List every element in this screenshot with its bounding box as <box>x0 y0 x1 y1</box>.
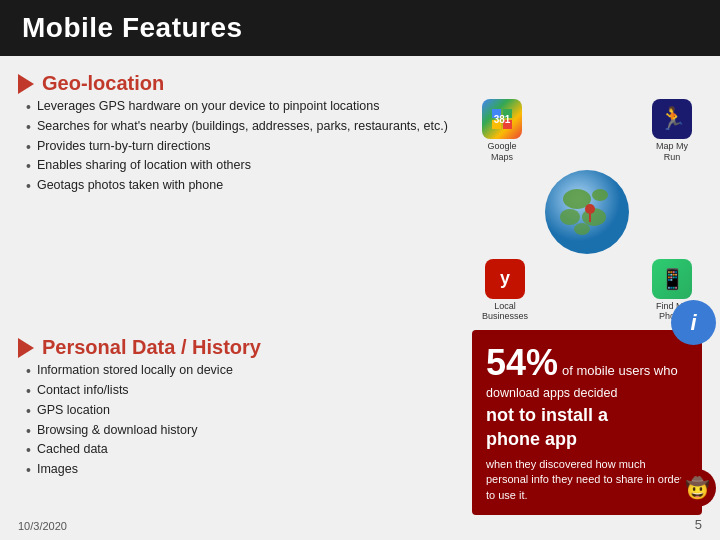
info-bubble: i <box>671 300 716 345</box>
bottom-icons-row: y LocalBusinesses 📱 Find MyPhone <box>472 259 702 323</box>
personal-section-title: Personal Data / History <box>18 336 472 359</box>
arrow-icon <box>18 74 34 94</box>
geo-bullet-4: Enables sharing of location with others <box>26 158 472 175</box>
texas-icon: 🤠 <box>678 469 716 507</box>
map-my-run-label: Map MyRun <box>656 141 688 163</box>
yelp-icon: y <box>485 259 525 299</box>
geo-section-title: Geo-location <box>18 72 702 95</box>
page-header: Mobile Features <box>0 0 720 56</box>
map-my-run-block: 🏃 Map MyRun <box>652 99 692 163</box>
personal-bullet-3: GPS location <box>26 403 472 420</box>
svg-text:381: 381 <box>494 114 511 125</box>
google-maps-block: 381 GoogleMaps <box>482 99 522 163</box>
geo-bullet-2: Searches for what's nearby (buildings, a… <box>26 119 472 136</box>
find-my-phone-icon: 📱 <box>652 259 692 299</box>
yelp-block: y LocalBusinesses <box>482 259 528 323</box>
arrow-icon-2 <box>18 338 34 358</box>
globe-area <box>522 167 652 257</box>
map-my-run-icon: 🏃 <box>652 99 692 139</box>
page-number: 5 <box>695 517 702 532</box>
stats-box: i 54%of mobile users who download apps d… <box>472 330 702 515</box>
main-content: Geo-location Leverages GPS hardware on y… <box>0 56 720 515</box>
stat-small-text: when they discovered how much personal i… <box>486 457 688 503</box>
globe-svg <box>522 167 652 257</box>
personal-bullet-6: Images <box>26 462 472 479</box>
google-maps-label: GoogleMaps <box>487 141 516 163</box>
geo-bullet-5: Geotags photos taken with phone <box>26 178 472 195</box>
svg-point-7 <box>592 189 608 201</box>
personal-section: Personal Data / History Information stor… <box>18 330 702 515</box>
stat-line2: download apps decided <box>486 386 688 400</box>
personal-bullet-list: Information stored locally on device Con… <box>18 363 472 479</box>
personal-bullet-2: Contact info/lists <box>26 383 472 400</box>
personal-bullet-5: Cached data <box>26 442 472 459</box>
stat-big-text: not to install aphone app <box>486 404 688 451</box>
page-title: Mobile Features <box>22 12 243 43</box>
geo-bullet-1: Leverages GPS hardware on your device to… <box>26 99 472 116</box>
geo-bullet-3: Provides turn-by-turn directions <box>26 139 472 156</box>
top-icons-row: 381 GoogleMaps 🏃 Map MyRun <box>472 99 702 163</box>
footer-date: 10/3/2020 <box>18 520 67 532</box>
personal-bullet-4: Browsing & download history <box>26 423 472 440</box>
svg-point-8 <box>560 209 580 225</box>
stat-line1: 54%of mobile users who <box>486 342 688 384</box>
local-businesses-label: LocalBusinesses <box>482 301 528 323</box>
google-maps-icon: 381 <box>482 99 522 139</box>
geo-icons-area: 381 GoogleMaps 🏃 Map MyRun <box>472 99 702 322</box>
personal-left: Personal Data / History Information stor… <box>18 330 472 515</box>
personal-bullet-1: Information stored locally on device <box>26 363 472 380</box>
geo-bullets-container: Leverages GPS hardware on your device to… <box>18 99 472 322</box>
geo-section: Leverages GPS hardware on your device to… <box>18 99 702 322</box>
svg-point-10 <box>574 223 590 235</box>
svg-point-11 <box>585 204 595 214</box>
info-icon: i <box>690 310 696 336</box>
geo-bullet-list: Leverages GPS hardware on your device to… <box>18 99 472 195</box>
